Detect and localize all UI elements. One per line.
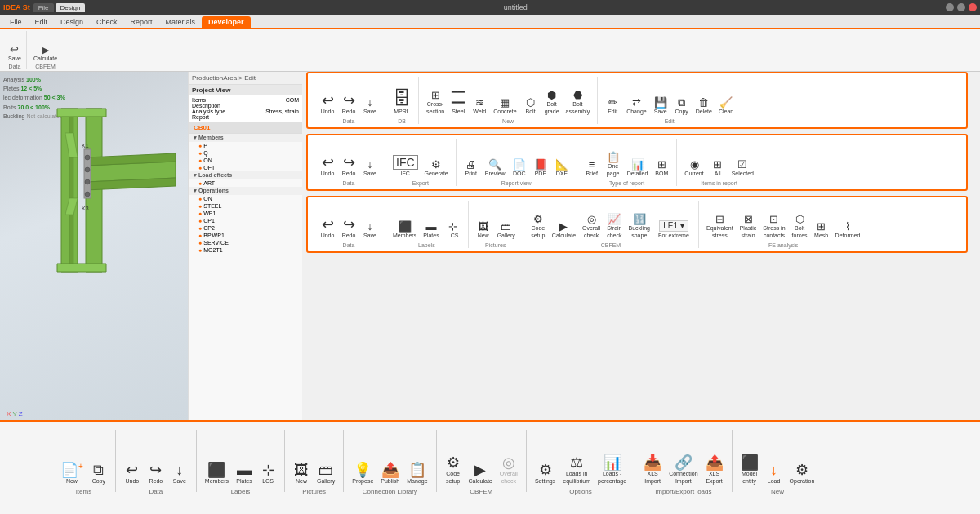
bt-undo-btn[interactable]: ↩ Undo	[121, 461, 144, 486]
tree-item-cp2[interactable]: ●CP2	[189, 224, 302, 232]
rp1-mprl-btn[interactable]: 🗄MPRL	[390, 88, 413, 117]
manage-btn[interactable]: ▶ Calculate	[32, 44, 59, 62]
bt-new-pic-btn[interactable]: 🖼 New	[290, 461, 313, 486]
rp1-bolt-assembly-btn[interactable]: ⬣Boltassembly	[564, 88, 593, 117]
rp3-deformed-btn[interactable]: ⌇Deformed	[833, 219, 863, 241]
close-btn[interactable]	[969, 3, 977, 11]
rp1-clean-btn[interactable]: 🧹Clean	[716, 95, 736, 117]
rp3-code-setup-btn[interactable]: ⚙Codesetup	[528, 212, 548, 241]
rp1-save-btn[interactable]: ↓Save	[360, 95, 380, 117]
bt-manage-btn[interactable]: 📋 Manage	[403, 461, 430, 486]
tree-item-on2[interactable]: ●ON	[189, 195, 302, 202]
rp2-detailed-btn[interactable]: 📊Detailed	[625, 157, 651, 179]
bt-xls-export-btn[interactable]: 📤 XLSExport	[702, 454, 727, 486]
tree-item-cp1[interactable]: ●CP1	[189, 217, 302, 224]
bt-overall-check-btn[interactable]: ◎ Overallcheck	[497, 454, 521, 486]
rp3-save-btn[interactable]: ↓Save	[360, 219, 380, 241]
rp1-delete-btn[interactable]: 🗑Delete	[693, 95, 715, 117]
bt-load-btn[interactable]: ↓ Load	[763, 461, 786, 486]
rp1-concrete-btn[interactable]: ▦Concrete	[491, 95, 519, 117]
rp2-one-page-btn[interactable]: 📋Onepage	[604, 150, 623, 179]
rp1-undo-btn[interactable]: ↩Undo	[318, 91, 337, 117]
tree-item-art[interactable]: ●ART	[189, 179, 302, 187]
bt-plates-btn[interactable]: ▬ Plates	[233, 461, 256, 486]
rp1-weld-btn[interactable]: ≋Weld	[470, 95, 489, 117]
rp2-dxf-btn[interactable]: 📐DXF	[552, 157, 572, 179]
bt-xls-import-btn[interactable]: 📥 XLSImport	[640, 454, 665, 486]
bt-loads-equil-btn[interactable]: ⚖ Loads inequilibrium	[559, 454, 594, 486]
rp3-redo-btn[interactable]: ↪Redo	[339, 215, 359, 241]
bt-connection-import-btn[interactable]: 🔗 ConnectionImport	[666, 454, 701, 486]
bt-settings-btn[interactable]: ⚙ Settings	[532, 461, 559, 486]
rp3-equiv-stress-btn[interactable]: ⊟Equivalentstress	[704, 212, 736, 241]
bt-model-entity-btn[interactable]: ⬛ Modelentity	[737, 454, 762, 486]
rp1-copy-btn[interactable]: ⧉Copy	[672, 95, 692, 117]
rp2-bom-btn[interactable]: ⊞BOM	[652, 157, 671, 179]
tree-operations-section[interactable]: ▾ Operations	[189, 187, 302, 195]
rp3-lcs-btn[interactable]: ⊹LCS	[443, 219, 463, 241]
rp3-members-btn[interactable]: ⬛Members	[390, 219, 419, 241]
tree-item-mo2t1[interactable]: ●MO2T1	[189, 246, 302, 254]
tree-item-steel[interactable]: ●STEEL	[189, 202, 302, 210]
tree-item-service[interactable]: ●SERVICE	[189, 239, 302, 246]
rp2-current-btn[interactable]: ◉Current	[682, 157, 706, 179]
rp3-strain-check-btn[interactable]: 📈Straincheck	[604, 212, 624, 241]
save-btn[interactable]: ↩ Save	[7, 42, 23, 62]
rp2-undo-btn[interactable]: ↩Undo	[318, 153, 337, 179]
rp3-gallery-btn[interactable]: 🗃Gallery	[495, 219, 518, 241]
ribbon-tab-developer[interactable]: Developer	[202, 16, 251, 28]
ribbon-tab-check[interactable]: Check	[90, 16, 124, 28]
app-tab-design[interactable]: Design	[56, 3, 86, 12]
rp2-print-btn[interactable]: 🖨Print	[461, 157, 481, 179]
rp1-bolt-grade-btn[interactable]: ⬢Boltgrade	[542, 88, 562, 117]
rp1-edit-btn[interactable]: ✏Edit	[603, 95, 622, 117]
rp3-bolt-forces-btn[interactable]: ⬡Boltforces	[790, 212, 810, 241]
rp2-pdf-btn[interactable]: 📕PDF	[531, 157, 550, 179]
rp2-preview-btn[interactable]: 🔍Preview	[483, 157, 508, 179]
bt-new-btn[interactable]: 📄+ New	[57, 461, 87, 486]
bt-code-setup-btn[interactable]: ⚙ Codesetup	[442, 454, 465, 486]
ribbon-tab-report[interactable]: Report	[124, 16, 159, 28]
bt-propose-btn[interactable]: 💡 Propose	[349, 461, 376, 486]
rp3-plastic-strain-btn[interactable]: ⊠Plasticstrain	[737, 212, 760, 241]
rp3-buckling-btn[interactable]: 🔢Bucklingshape	[626, 212, 653, 241]
rp2-generate-btn[interactable]: ⚙Generate	[422, 157, 451, 179]
bt-lcs-btn[interactable]: ⊹ LCS	[256, 461, 279, 486]
rp3-plates-btn[interactable]: ▬Plates	[421, 219, 441, 241]
rp2-all-btn[interactable]: ⊞All	[708, 157, 728, 179]
rp3-undo-btn[interactable]: ↩Undo	[318, 215, 337, 241]
ribbon-tab-design[interactable]: Design	[54, 16, 90, 28]
tree-item-on[interactable]: ●ON	[189, 157, 302, 164]
ribbon-tab-materials[interactable]: Materials	[159, 16, 203, 28]
rp2-doc-btn[interactable]: 📄DOC	[510, 157, 529, 179]
rp1-save2-btn[interactable]: 💾Save	[651, 95, 670, 117]
3d-view[interactable]: Analysis 100% Plates 12 < 5% lec deforma…	[0, 72, 188, 424]
rp1-cross-section-btn[interactable]: ⊞Cross-section	[424, 88, 447, 117]
rp1-bolt-btn[interactable]: ⬡Bolt	[521, 95, 541, 117]
rp1-steel-btn[interactable]: ━━━━Steel	[448, 85, 468, 117]
rp2-redo-btn[interactable]: ↪Redo	[339, 153, 359, 179]
minimize-btn[interactable]	[946, 3, 954, 11]
tree-item-bpwp1[interactable]: ●BP.WP1	[189, 232, 302, 239]
app-tab-file[interactable]: File	[33, 3, 54, 12]
ribbon-tab-edit[interactable]: Edit	[29, 16, 55, 28]
rp3-new-pic-btn[interactable]: 🖼New	[474, 219, 493, 241]
tree-cb01-header[interactable]: CB01	[189, 122, 302, 134]
tree-members-section[interactable]: ▾ Members	[189, 134, 302, 142]
tree-item-oft[interactable]: ●OFT	[189, 164, 302, 171]
rp3-mesh-btn[interactable]: ⊞Mesh	[812, 219, 831, 241]
rp2-selected-btn[interactable]: ☑Selected	[729, 157, 756, 179]
rp3-calculate-btn[interactable]: ▶Calculate	[550, 219, 578, 241]
tree-item-p[interactable]: ●P	[189, 142, 302, 149]
ribbon-tab-file[interactable]: File	[3, 16, 29, 28]
tree-item-wp1[interactable]: ●WP1	[189, 210, 302, 217]
bt-copy-btn[interactable]: ⧉ Copy	[87, 461, 110, 486]
rp2-brief-btn[interactable]: ≡Brief	[582, 157, 602, 179]
bt-members-btn[interactable]: ⬛ Members	[202, 461, 232, 486]
bt-gallery-btn[interactable]: 🗃 Gallery	[314, 461, 338, 486]
rp3-le1-select[interactable]: LE1 ▾ For extreme	[654, 219, 693, 241]
tree-loadeffects-section[interactable]: ▾ Load effects	[189, 171, 302, 179]
maximize-btn[interactable]	[957, 3, 965, 11]
rp3-stress-contacts-btn[interactable]: ⊡Stress incontacts	[760, 212, 787, 241]
rp1-change-btn[interactable]: ⇄Change	[624, 95, 649, 117]
